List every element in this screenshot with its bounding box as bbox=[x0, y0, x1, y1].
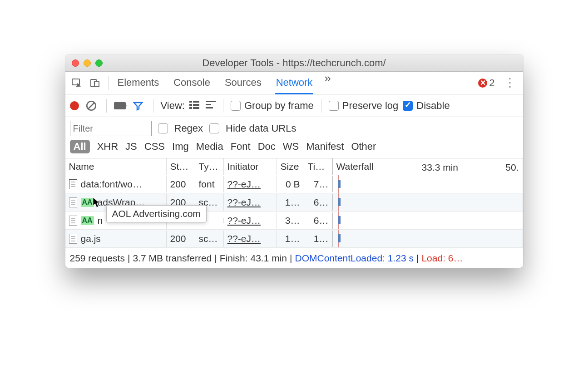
filter-type-media[interactable]: Media bbox=[196, 141, 223, 153]
regex-label: Regex bbox=[174, 123, 203, 134]
col-header-type[interactable]: Ty… bbox=[195, 158, 224, 175]
group-by-frame-checkbox[interactable] bbox=[231, 101, 241, 111]
clear-button-icon[interactable] bbox=[84, 98, 99, 113]
svg-rect-8 bbox=[193, 104, 199, 106]
initiator-link[interactable]: ??-eJ… bbox=[227, 233, 261, 244]
filter-type-other[interactable]: Other bbox=[351, 141, 376, 153]
waterfall-cell bbox=[333, 230, 523, 247]
settings-menu-icon[interactable]: ⋮ bbox=[500, 76, 519, 90]
time-cell: 6… bbox=[304, 212, 333, 229]
filter-type-ws[interactable]: WS bbox=[283, 141, 299, 153]
waterfall-tick-1: 33.3 min bbox=[422, 162, 459, 173]
svg-rect-12 bbox=[206, 104, 211, 105]
overview-icon[interactable] bbox=[206, 100, 216, 112]
large-rows-icon[interactable] bbox=[189, 100, 199, 112]
waterfall-cell bbox=[333, 212, 523, 229]
col-header-waterfall[interactable]: Waterfall 33.3 min 50. bbox=[333, 158, 523, 175]
filter-type-css[interactable]: CSS bbox=[144, 141, 165, 153]
separator bbox=[108, 76, 109, 90]
screenshot-icon[interactable] bbox=[114, 102, 126, 109]
table-row[interactable]: data:font/wo… 200 font ??-eJ… 0 B 7… bbox=[65, 175, 523, 193]
tab-elements[interactable]: Elements bbox=[117, 71, 160, 94]
svg-rect-0 bbox=[72, 79, 79, 85]
separator bbox=[106, 99, 107, 113]
devtools-window: Developer Tools - https://techcrunch.com… bbox=[65, 54, 523, 268]
svg-rect-11 bbox=[206, 101, 216, 102]
record-button[interactable] bbox=[70, 101, 79, 110]
status-bar: 259 requests | 3.7 MB transferred | Fini… bbox=[65, 248, 523, 268]
group-by-frame-label: Group by frame bbox=[244, 100, 314, 112]
col-header-name[interactable]: Name bbox=[65, 158, 167, 175]
mouse-cursor-icon bbox=[93, 197, 101, 209]
filter-type-js[interactable]: JS bbox=[125, 141, 137, 153]
disable-cache-checkbox[interactable] bbox=[403, 101, 413, 111]
separator bbox=[223, 99, 223, 113]
waterfall-cell bbox=[333, 193, 523, 211]
filter-type-img[interactable]: Img bbox=[172, 141, 189, 153]
initiator-link[interactable]: ??-eJ… bbox=[227, 179, 261, 189]
file-icon bbox=[69, 234, 77, 244]
col-header-initiator[interactable]: Initiator bbox=[224, 158, 277, 175]
initiator-link[interactable]: ??-eJ… bbox=[227, 197, 261, 207]
svg-rect-13 bbox=[206, 107, 213, 108]
filter-type-xhr[interactable]: XHR bbox=[97, 141, 118, 153]
status-domcontentloaded: DOMContentLoaded: 1.23 s bbox=[295, 253, 414, 264]
waterfall-label: Waterfall bbox=[336, 161, 374, 172]
size-cell: 0 B bbox=[277, 176, 304, 192]
table-row[interactable]: ga.js 200 sc… ??-eJ… 1… 1… bbox=[65, 230, 523, 248]
device-toggle-icon[interactable] bbox=[87, 75, 103, 91]
tab-network[interactable]: Network bbox=[275, 71, 314, 94]
status-cell: 200 bbox=[167, 231, 195, 247]
svg-rect-6 bbox=[193, 101, 199, 103]
filter-toggle-icon[interactable] bbox=[130, 98, 146, 113]
request-name: data:font/wo… bbox=[81, 179, 142, 190]
type-filter-row: All XHR JS CSS Img Media Font Doc WS Man… bbox=[70, 140, 519, 156]
size-cell: 1… bbox=[277, 194, 304, 211]
status-load: Load: 6… bbox=[421, 253, 463, 264]
type-cell: sc… bbox=[195, 231, 224, 247]
main-tabstrip: Elements Console Sources Network » ✕ 2 ⋮ bbox=[65, 72, 523, 94]
inspect-element-icon[interactable] bbox=[69, 75, 84, 91]
initiator-link[interactable]: ??-eJ… bbox=[227, 215, 261, 226]
separator bbox=[321, 99, 321, 113]
hover-tooltip: AOL Advertising.com bbox=[106, 205, 207, 222]
file-icon bbox=[69, 197, 77, 207]
filter-type-all[interactable]: All bbox=[70, 140, 90, 153]
network-table-header: Name St… Ty… Initiator Size Ti… Waterfal… bbox=[65, 158, 523, 175]
tab-console[interactable]: Console bbox=[173, 71, 211, 94]
type-cell: font bbox=[195, 176, 224, 192]
time-cell: 6… bbox=[304, 194, 333, 211]
filter-type-font[interactable]: Font bbox=[231, 141, 251, 153]
error-count-badge[interactable]: ✕ 2 bbox=[478, 77, 494, 89]
waterfall-tick-2: 50. bbox=[505, 162, 519, 173]
hide-data-urls-checkbox[interactable] bbox=[209, 123, 219, 133]
request-name: n bbox=[98, 215, 103, 226]
ad-badge-icon: AA bbox=[81, 216, 94, 225]
network-toolbar: View: Group by frame Preserve log Disabl… bbox=[65, 94, 523, 117]
svg-rect-9 bbox=[189, 107, 192, 109]
preserve-log-checkbox[interactable] bbox=[329, 101, 339, 111]
ad-badge-icon: AA bbox=[81, 198, 94, 207]
filter-type-doc[interactable]: Doc bbox=[258, 141, 276, 153]
error-icon: ✕ bbox=[478, 79, 487, 88]
network-table-body: data:font/wo… 200 font ??-eJ… 0 B 7… AA … bbox=[65, 175, 523, 248]
tabs-overflow-icon[interactable]: » bbox=[324, 71, 331, 94]
svg-rect-7 bbox=[189, 104, 192, 106]
request-name: ga.js bbox=[81, 233, 101, 244]
disable-cache-label: Disable bbox=[416, 100, 450, 112]
filter-bar: Regex Hide data URLs All XHR JS CSS Img … bbox=[65, 117, 523, 158]
error-count: 2 bbox=[489, 77, 494, 89]
preserve-log-label: Preserve log bbox=[342, 100, 399, 112]
filter-type-manifest[interactable]: Manifest bbox=[306, 141, 344, 153]
waterfall-cell bbox=[333, 175, 523, 193]
file-icon bbox=[69, 179, 77, 189]
col-header-time[interactable]: Ti… bbox=[304, 158, 333, 175]
time-cell: 1… bbox=[304, 231, 333, 247]
filter-input[interactable] bbox=[70, 121, 152, 136]
tab-sources[interactable]: Sources bbox=[224, 71, 262, 94]
col-header-status[interactable]: St… bbox=[167, 158, 195, 175]
size-cell: 3… bbox=[277, 212, 304, 229]
col-header-size[interactable]: Size bbox=[277, 158, 304, 175]
regex-checkbox[interactable] bbox=[158, 123, 168, 133]
window-title: Developer Tools - https://techcrunch.com… bbox=[65, 57, 523, 69]
